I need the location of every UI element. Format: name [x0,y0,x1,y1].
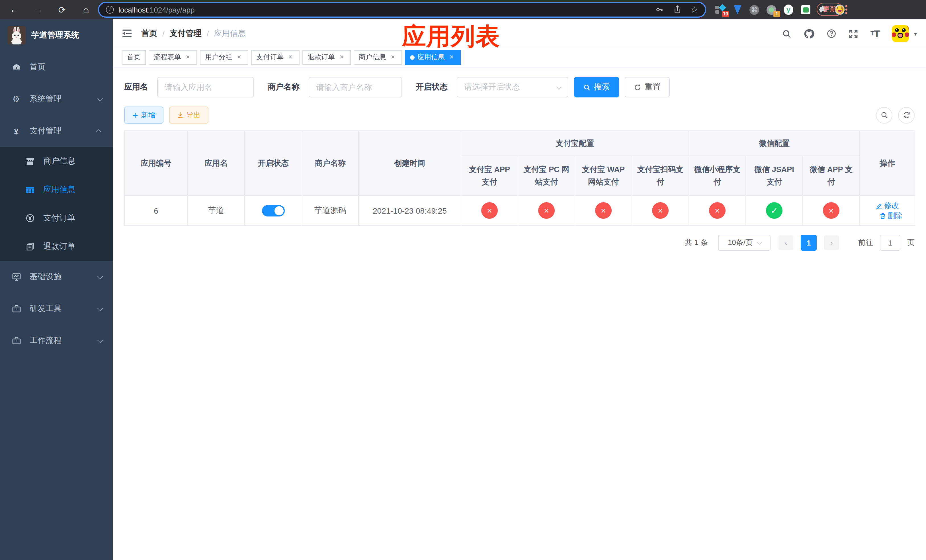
status-cross-icon: × [652,202,669,219]
sidebar-item-dev-tools[interactable]: 研发工具 [0,293,113,325]
app-logo-row[interactable]: 芋道管理系统 [0,20,113,51]
payment-submenu: 商户信息 应用信息 支付订单 退款订单 [0,147,113,261]
bookmark-star-icon[interactable]: ☆ [690,5,698,15]
cell-wx-lite: × [689,196,746,225]
user-avatar[interactable] [892,25,909,42]
status-label: 开启状态 [416,82,448,92]
close-icon[interactable]: × [235,53,243,61]
tag-process-form[interactable]: 流程表单× [149,50,197,65]
goto-label: 前往 [858,238,873,248]
url-text[interactable]: localhost:1024/pay/app [118,5,195,14]
pagination: 共 1 条 10条/页 ‹ 1 › 前往 页 [124,235,915,251]
chevron-down-icon [97,305,103,311]
fullscreen-icon[interactable] [849,29,858,38]
password-key-icon[interactable] [655,5,664,14]
github-icon[interactable] [804,28,815,39]
sidebar-item-label: 支付管理 [30,126,62,136]
reset-button[interactable]: 重置 [625,77,670,97]
refresh-table-button[interactable] [898,107,915,123]
address-bar[interactable]: i localhost:1024/pay/app ☆ [98,2,706,18]
store-icon [25,157,35,166]
tag-pay-order[interactable]: 支付订单× [251,50,300,65]
col-group-alipay: 支付宝配置 [461,131,689,156]
avatar-caret-down-icon[interactable]: ▾ [914,30,917,37]
browser-home-icon[interactable]: ⌂ [81,4,91,16]
merchant-name-label: 商户名称 [268,82,300,92]
tags-view-bar: 首页 流程表单× 用户分组× 支付订单× 退款订单× 商户信息× 应用信息× [113,48,926,67]
extension-grid-icon[interactable]: 10 [715,5,725,15]
merchant-name-input[interactable] [309,77,402,97]
browser-forward-icon[interactable]: → [33,5,43,15]
close-icon[interactable]: × [286,53,294,61]
tag-user-group[interactable]: 用户分组× [200,50,248,65]
sidebar-item-refund-order[interactable]: 退款订单 [0,232,113,261]
sidebar-item-workflow[interactable]: 工作流程 [0,325,113,357]
chevron-down-icon [97,273,103,279]
breadcrumb-home[interactable]: 首页 [141,29,157,39]
status-toggle[interactable] [262,205,285,216]
page-number-button[interactable]: 1 [801,235,817,251]
tag-home[interactable]: 首页 [122,50,146,65]
browser-menu-icon[interactable]: ••• [844,5,848,15]
browser-reload-icon[interactable]: ⟳ [57,4,67,15]
close-icon[interactable]: × [338,53,346,61]
col-alipay-qr: 支付宝扫码支付 [632,156,689,196]
sidebar-item-label: 首页 [30,62,45,73]
sidebar-item-system[interactable]: ⚙ 系统管理 [0,83,113,115]
extension-chat-icon[interactable] [801,5,810,15]
trash-icon [879,212,886,219]
extension-vue-devtools-icon[interactable]: y [784,5,793,15]
sidebar-item-infrastructure[interactable]: 基础设施 [0,261,113,293]
sidebar-item-label: 退款订单 [43,242,75,252]
sidebar-item-label: 基础设施 [30,272,62,282]
prev-page-button[interactable]: ‹ [779,235,793,250]
site-info-icon[interactable]: i [106,6,114,14]
close-icon[interactable]: × [448,53,455,61]
sidebar-item-merchant-info[interactable]: 商户信息 [0,147,113,176]
close-icon[interactable]: × [184,53,192,61]
tag-merchant-info[interactable]: 商户信息× [354,50,402,65]
chrome-update-button[interactable]: 更新 [817,3,843,16]
sidebar-item-home[interactable]: 首页 [0,51,113,83]
chevron-up-icon [96,129,101,135]
table-toolbar: 新增 导出 [124,106,915,124]
tag-refund-order[interactable]: 退款订单× [303,50,351,65]
extension-kite-icon[interactable] [732,5,742,15]
page-suffix-label: 页 [907,238,915,248]
breadcrumb-payment[interactable]: 支付管理 [170,29,201,39]
header-search-icon[interactable] [782,29,792,38]
extension-command-icon[interactable]: ⌘ [749,5,759,15]
goto-page-input[interactable] [880,235,900,251]
status-select[interactable]: 请选择开启状态 [457,77,568,97]
page-title-annotation: 应用列表 [402,21,500,52]
font-size-icon[interactable]: TT [870,29,880,38]
sidebar-item-pay-order[interactable]: 支付订单 [0,204,113,232]
cell-app-id: 6 [124,196,188,225]
app-name-input[interactable] [157,77,254,97]
delete-link[interactable]: 删除 [879,210,902,221]
browser-back-icon[interactable]: ← [9,5,20,15]
app-table: 应用编号 应用名 开启状态 商户名称 创建时间 支付宝配置 微信配置 操作 支付… [124,130,915,226]
cell-wx-jsapi: ✓ [746,196,803,225]
page-content: 应用名 商户名称 开启状态 请选择开启状态 搜索 [113,67,926,251]
search-button[interactable]: 搜索 [574,77,619,97]
gear-icon: ⚙ [11,94,21,104]
sidebar-item-app-info[interactable]: 应用信息 [0,176,113,204]
cell-alipay-pc: × [518,196,575,225]
next-page-button[interactable]: › [824,235,839,250]
toggle-search-button[interactable] [876,107,893,123]
add-button[interactable]: 新增 [124,106,163,124]
help-icon[interactable] [827,29,837,39]
close-icon[interactable]: × [389,53,397,61]
page-size-select[interactable]: 10条/页 [718,235,770,251]
share-icon[interactable] [673,5,681,14]
dashboard-icon [11,63,21,72]
sidebar-collapse-icon[interactable] [122,29,132,38]
download-icon [177,112,183,118]
app-title: 芋道管理系统 [31,30,79,41]
breadcrumb: 首页 / 支付管理 / 应用信息 [141,29,246,39]
extension-recorder-icon[interactable]: 1 [767,5,776,15]
edit-link[interactable]: 修改 [876,200,899,210]
export-button[interactable]: 导出 [169,106,209,124]
sidebar-item-payment[interactable]: ¥ 支付管理 [0,115,113,147]
